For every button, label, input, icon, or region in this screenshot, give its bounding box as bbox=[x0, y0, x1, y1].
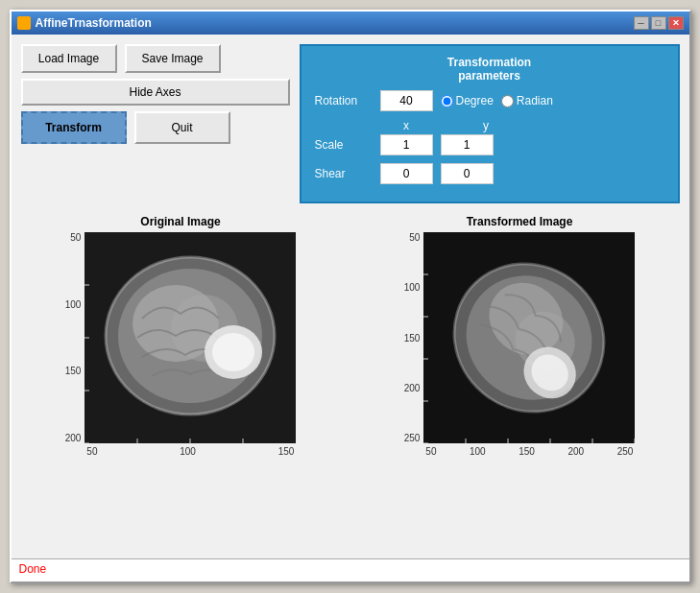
params-panel: Transformation parameters Rotation Degre… bbox=[300, 44, 680, 203]
orig-y-label-200: 200 bbox=[65, 433, 82, 443]
shear-y-input[interactable] bbox=[441, 163, 494, 184]
main-window: AffineTrnasformation ─ □ ✕ Load Image Sa… bbox=[10, 10, 691, 583]
orig-x-label-150: 150 bbox=[278, 446, 295, 457]
window-title: AffineTrnasformation bbox=[36, 16, 152, 30]
hide-axes-button[interactable]: Hide Axes bbox=[21, 79, 290, 106]
content-area: Load Image Save Image Hide Axes Transfor… bbox=[12, 35, 689, 558]
top-section: Load Image Save Image Hide Axes Transfor… bbox=[21, 44, 680, 203]
degree-label: Degree bbox=[456, 94, 494, 107]
orig-x-label-100: 100 bbox=[180, 446, 196, 457]
close-button[interactable]: ✕ bbox=[668, 16, 684, 30]
rotation-label: Rotation bbox=[315, 94, 373, 107]
hide-axes-row: Hide Axes bbox=[21, 79, 290, 106]
orig-y-label-100: 100 bbox=[65, 299, 82, 310]
transformed-image-and-xaxis: 50 100 150 200 250 bbox=[423, 232, 635, 457]
y-header: y bbox=[460, 119, 513, 132]
trans-x-label-200: 200 bbox=[567, 446, 584, 457]
title-bar-left: AffineTrnasformation bbox=[17, 16, 152, 30]
minimize-button[interactable]: ─ bbox=[634, 16, 649, 30]
orig-x-label-50: 50 bbox=[86, 446, 97, 457]
trans-x-label-50: 50 bbox=[425, 446, 436, 457]
svg-point-6 bbox=[212, 333, 254, 371]
xy-header-row: x y bbox=[315, 119, 664, 132]
transformed-image-title: Transformed Image bbox=[467, 215, 573, 228]
quit-button[interactable]: Quit bbox=[134, 111, 230, 144]
scale-x-input[interactable] bbox=[380, 134, 433, 155]
shear-x-input[interactable] bbox=[380, 163, 433, 184]
status-bar: Done bbox=[12, 558, 689, 581]
transformed-x-axis: 50 100 150 200 250 bbox=[423, 446, 635, 457]
original-brain-svg bbox=[84, 232, 296, 443]
original-x-axis: 50 100 150 bbox=[84, 446, 296, 457]
app-icon bbox=[17, 16, 31, 30]
transformed-brain-canvas bbox=[423, 232, 635, 443]
trans-x-label-250: 250 bbox=[617, 446, 634, 457]
top-button-row: Load Image Save Image bbox=[21, 44, 290, 73]
original-image-title: Original Image bbox=[140, 215, 220, 228]
trans-x-label-150: 150 bbox=[519, 446, 535, 457]
orig-y-label-150: 150 bbox=[65, 366, 82, 376]
restore-button[interactable]: □ bbox=[651, 16, 666, 30]
shear-label: Shear bbox=[315, 167, 373, 180]
scale-y-input[interactable] bbox=[441, 134, 494, 155]
action-button-row: Transform Quit bbox=[21, 111, 290, 144]
left-controls: Load Image Save Image Hide Axes Transfor… bbox=[21, 44, 290, 144]
transformed-image-wrapper: 50 100 150 200 250 bbox=[404, 232, 636, 457]
title-bar: AffineTrnasformation ─ □ ✕ bbox=[12, 12, 689, 35]
trans-x-label-100: 100 bbox=[470, 446, 486, 457]
scale-row: Scale bbox=[315, 134, 664, 155]
original-image-container: Original Image 50 100 150 200 bbox=[21, 215, 341, 549]
radian-radio[interactable] bbox=[501, 95, 514, 107]
trans-y-label-200: 200 bbox=[404, 383, 421, 393]
title-bar-buttons: ─ □ ✕ bbox=[634, 16, 684, 30]
trans-y-label-150: 150 bbox=[404, 333, 421, 344]
save-image-button[interactable]: Save Image bbox=[125, 44, 221, 73]
orig-y-label-50: 50 bbox=[65, 232, 82, 243]
shear-row: Shear bbox=[315, 163, 664, 184]
load-image-button[interactable]: Load Image bbox=[21, 44, 117, 73]
original-brain-canvas bbox=[84, 232, 296, 443]
trans-y-label-50: 50 bbox=[404, 232, 421, 243]
original-image-wrapper: 50 100 150 200 bbox=[65, 232, 297, 457]
images-section: Original Image 50 100 150 200 bbox=[21, 215, 680, 549]
status-text: Done bbox=[19, 562, 47, 576]
degree-radio-label[interactable]: Degree bbox=[441, 94, 494, 107]
scale-label: Scale bbox=[315, 138, 373, 152]
transformed-image-container: Transformed Image 50 100 150 200 250 bbox=[360, 215, 680, 549]
original-y-axis: 50 100 150 200 bbox=[65, 232, 82, 443]
params-title: Transformation parameters bbox=[315, 56, 664, 83]
transformed-brain-svg bbox=[423, 232, 635, 443]
radian-label: Radian bbox=[517, 94, 553, 107]
radian-radio-label[interactable]: Radian bbox=[501, 94, 553, 107]
rotation-row: Rotation Degree Radian bbox=[315, 90, 664, 111]
angle-unit-group: Degree Radian bbox=[441, 94, 553, 107]
trans-y-label-250: 250 bbox=[404, 433, 421, 443]
degree-radio[interactable] bbox=[441, 95, 453, 107]
rotation-input[interactable] bbox=[380, 90, 433, 111]
trans-y-label-100: 100 bbox=[404, 282, 421, 293]
original-image-and-xaxis: 50 100 150 bbox=[84, 232, 296, 457]
transform-button[interactable]: Transform bbox=[21, 111, 127, 144]
transformed-y-axis: 50 100 150 200 250 bbox=[404, 232, 421, 443]
x-header: x bbox=[380, 119, 433, 132]
